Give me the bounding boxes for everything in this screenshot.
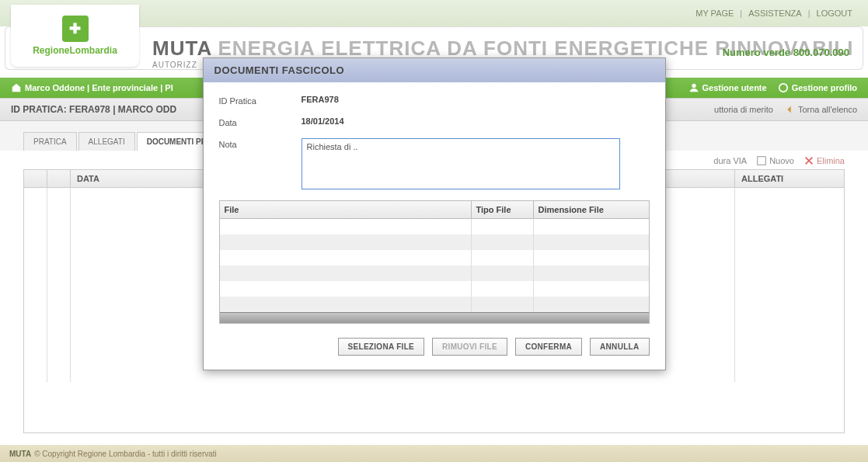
modal-title: DOCUMENTI FASCICOLO bbox=[204, 58, 665, 82]
id-pratica-value: FERA978 bbox=[302, 95, 339, 106]
seleziona-file-button[interactable]: SELEZIONA FILE bbox=[338, 338, 425, 356]
nota-input[interactable] bbox=[302, 138, 620, 189]
file-header-dim: Dimensione File bbox=[534, 201, 649, 218]
documenti-fascicolo-modal: DOCUMENTI FASCICOLO ID Pratica FERA978 D… bbox=[203, 57, 666, 370]
file-table-body bbox=[220, 219, 649, 312]
rimuovi-file-button[interactable]: RIMUOVI FILE bbox=[432, 338, 507, 356]
nota-label: Nota bbox=[219, 138, 302, 189]
annulla-button[interactable]: ANNULLA bbox=[590, 338, 649, 356]
file-header-file: File bbox=[220, 201, 472, 218]
file-header-tipo: Tipo File bbox=[472, 201, 534, 218]
modal-overlay: DOCUMENTI FASCICOLO ID Pratica FERA978 D… bbox=[0, 0, 868, 462]
data-label: Data bbox=[219, 116, 302, 127]
conferma-button[interactable]: CONFERMA bbox=[515, 338, 582, 356]
file-table: File Tipo File Dimensione File bbox=[219, 200, 650, 324]
id-pratica-label: ID Pratica bbox=[219, 95, 302, 106]
file-table-scrollbar[interactable] bbox=[220, 312, 649, 323]
data-value: 18/01/2014 bbox=[302, 116, 344, 127]
